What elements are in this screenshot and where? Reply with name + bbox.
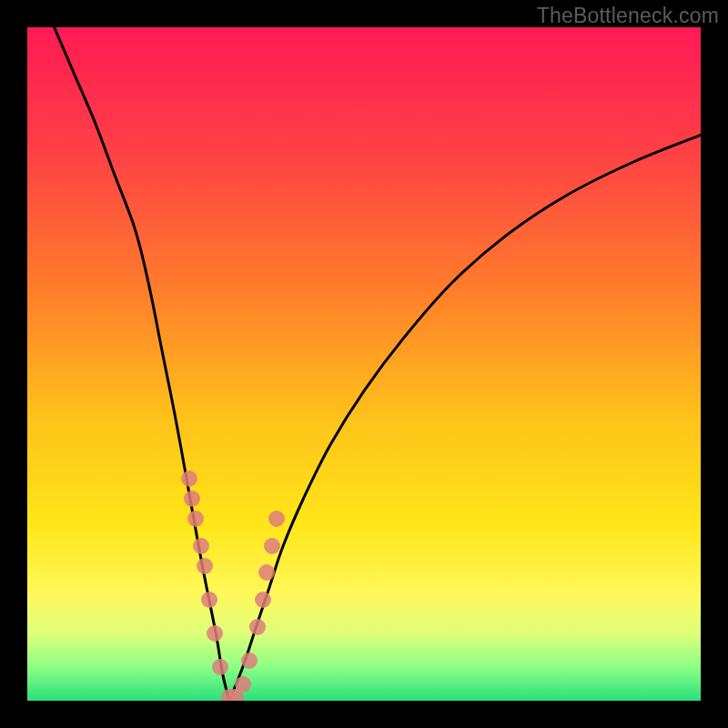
chart-frame: TheBottleneck.com (0, 0, 728, 728)
data-dot (201, 592, 217, 608)
watermark-text: TheBottleneck.com (537, 4, 719, 28)
curve-layer (27, 27, 701, 701)
data-dot (207, 625, 223, 642)
data-dot (235, 676, 251, 693)
data-dot (193, 538, 209, 554)
data-dot (249, 619, 266, 635)
curve-right-branch (229, 135, 701, 701)
plot-area (27, 27, 701, 701)
data-dot (255, 592, 271, 608)
data-dot (197, 558, 213, 574)
data-dot (268, 511, 285, 527)
data-dot (241, 652, 258, 669)
data-dot (264, 538, 280, 554)
data-dot (212, 659, 228, 675)
data-dot (181, 470, 197, 487)
